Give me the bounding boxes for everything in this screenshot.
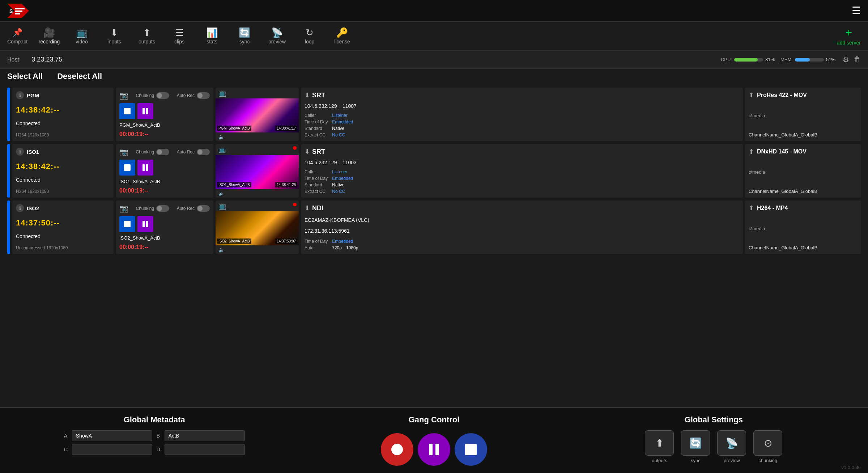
stop-button-pgm[interactable]	[119, 103, 135, 119]
info-icon-pgm[interactable]: ℹ	[16, 91, 24, 99]
toolbar-nav: 📌 Compact 🎥 recording 📺 video ⬇ inputs ⬆…	[7, 28, 833, 45]
autorec-toggle-iso2[interactable]	[197, 205, 210, 212]
preview-tab[interactable]: 📡 preview	[266, 28, 288, 45]
meta-b-input[interactable]	[165, 430, 245, 441]
rec-dot-iso1	[293, 146, 297, 150]
gs-chunking-button[interactable]: ⊙ chunking	[753, 430, 782, 463]
channel-time-pgm: 14:38:42:--	[16, 105, 110, 115]
mem-value: 51%	[826, 57, 835, 62]
channel-select-pgm[interactable]	[7, 88, 10, 141]
channel-status-pgm: Connected	[16, 121, 110, 126]
metadata-grid: A B C D	[64, 430, 245, 455]
input-port-pgm: 11007	[342, 103, 357, 109]
channel-select-iso1[interactable]	[7, 144, 10, 198]
video-tab[interactable]: 📺 video	[71, 28, 93, 45]
meta-d-label: D	[157, 447, 160, 452]
meta-c-label: C	[64, 447, 68, 452]
license-icon: 🔑	[336, 28, 348, 37]
app-logo: S	[7, 4, 29, 18]
input-1080p-iso2: 1080p	[346, 245, 358, 250]
pause-button-iso1[interactable]	[137, 160, 153, 176]
meta-a-input[interactable]	[72, 430, 152, 441]
record-panel-iso2: 📷 Chunking Auto Rec	[116, 200, 213, 254]
inputs-label: inputs	[107, 39, 121, 45]
stop-button-iso2[interactable]	[119, 216, 135, 232]
meta-b-label: B	[157, 433, 160, 439]
add-server-button[interactable]: + add server	[837, 27, 861, 46]
inputs-tab[interactable]: ⬇ inputs	[103, 28, 125, 45]
stats-icon: 📊	[206, 28, 218, 37]
rec-time-iso2: 00:00:19:--	[119, 244, 210, 250]
stats-tab[interactable]: 📊 stats	[201, 28, 223, 45]
output-panel-iso1: ⬆ DNxHD 145 - MOV c\media ChannelName_Gl…	[745, 144, 861, 198]
autorec-toggle-pgm[interactable]	[197, 92, 210, 99]
preview-name-iso1: ISO1_ShowA_ActB	[217, 182, 251, 187]
channel-name-iso2: ISO2	[27, 205, 39, 211]
info-icon-iso1[interactable]: ℹ	[16, 148, 24, 156]
gang-pause-button[interactable]	[418, 433, 450, 466]
recording-tab[interactable]: 🎥 recording	[38, 28, 60, 45]
chunking-toggle-iso2[interactable]	[156, 205, 169, 212]
gs-outputs-icon: ⬆	[645, 430, 674, 456]
gs-outputs-button[interactable]: ⬆ outputs	[645, 430, 674, 463]
select-all-button[interactable]: Select All	[7, 72, 43, 81]
clips-icon: ☰	[175, 28, 184, 37]
gang-record-dot	[391, 444, 403, 455]
preview-tc-iso1: 14:38:41:25	[275, 182, 297, 187]
clips-tab[interactable]: ☰ clips	[169, 28, 190, 45]
gs-chunking-icon: ⊙	[753, 430, 782, 456]
hamburger-menu[interactable]: ☰	[852, 5, 861, 17]
rec-time-pgm: 00:00:19:--	[119, 131, 210, 138]
pause-button-pgm[interactable]	[137, 103, 153, 119]
status-panel-iso1: ℹ ISO1 14:38:42:-- Connected H264 1920x1…	[12, 144, 114, 198]
host-info: Host: 3.23.23.75	[7, 56, 62, 63]
gs-preview-button[interactable]: 📡 preview	[717, 430, 746, 463]
select-bar: Select All Deselect All	[0, 69, 868, 84]
stop-button-iso1[interactable]	[119, 160, 135, 176]
mem-fill	[795, 58, 810, 62]
status-panel-iso2: ℹ ISO2 14:37:50:-- Connected Uncompresse…	[12, 200, 114, 254]
output-path-iso1: c\media	[749, 169, 857, 175]
deselect-all-button[interactable]: Deselect All	[57, 72, 102, 81]
gs-sync-button[interactable]: 🔄 sync	[681, 430, 710, 463]
input-port-iso1: 11003	[342, 160, 357, 165]
info-icon-iso2[interactable]: ℹ	[16, 204, 24, 212]
host-bar: Host: 3.23.23.75 CPU: 81% MEM: 51% ⚙ 🗑	[0, 51, 868, 69]
top-navigation: S ☰	[0, 0, 868, 22]
compact-button[interactable]: 📌 Compact	[7, 28, 27, 45]
chunking-toggle-pgm[interactable]	[156, 92, 169, 99]
pause-icon-pgm	[142, 108, 148, 114]
chunking-toggle-iso1[interactable]	[156, 149, 169, 155]
stop-icon-pgm	[124, 108, 131, 114]
record-panel-iso1: 📷 Chunking Auto Rec	[116, 144, 213, 198]
host-label: Host:	[7, 56, 21, 63]
preview-tc-pgm: 14:38:41:17	[275, 126, 297, 131]
channel-status-iso2: Connected	[16, 233, 110, 239]
meta-c-input[interactable]	[72, 444, 152, 455]
channel-select-iso2[interactable]	[7, 200, 10, 254]
sync-tab[interactable]: 🔄 sync	[234, 28, 255, 45]
gang-pause-icon	[429, 444, 439, 455]
output-upload-icon-iso2: ⬆	[749, 204, 754, 212]
license-tab[interactable]: 🔑 license	[331, 28, 353, 45]
svg-text:S: S	[9, 8, 13, 14]
mem-bar	[795, 58, 824, 62]
svg-rect-3	[15, 10, 22, 12]
autorec-toggle-iso1[interactable]	[197, 149, 210, 155]
delete-icon[interactable]: 🗑	[854, 55, 861, 64]
meta-d-input[interactable]	[165, 444, 245, 455]
input-tod-iso1: Embedded	[332, 176, 353, 181]
gang-record-button[interactable]	[381, 433, 413, 466]
filename-pgm: PGM_ShowA_ActB	[119, 122, 210, 128]
input-protocol-pgm: SRT	[312, 92, 325, 99]
global-settings-title: Global Settings	[685, 415, 743, 425]
channels-list: ℹ PGM 14:38:42:-- Connected H264 1920x10…	[0, 84, 868, 258]
loop-tab[interactable]: ↻ loop	[299, 28, 320, 45]
settings-icon[interactable]: ⚙	[843, 55, 849, 64]
pause-button-iso2[interactable]	[137, 216, 153, 232]
rec-time-iso1: 00:00:19:--	[119, 187, 210, 194]
input-720p-iso2: 720p	[332, 245, 342, 250]
outputs-tab[interactable]: ⬆ outputs	[136, 28, 158, 45]
gang-stop-button[interactable]	[455, 433, 487, 466]
meta-a-label: A	[64, 433, 68, 439]
